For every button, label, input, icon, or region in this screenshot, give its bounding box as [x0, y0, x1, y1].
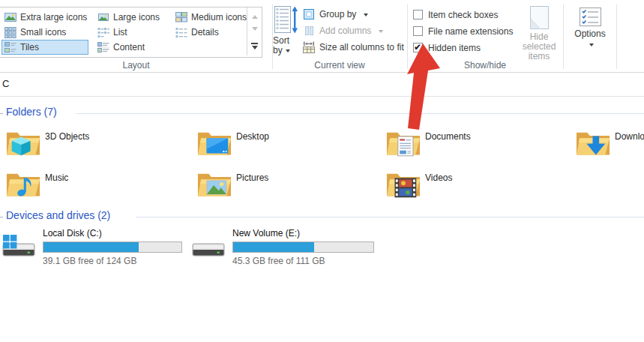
layout-item-label: Medium icons: [191, 12, 247, 22]
address-bar[interactable]: C: [0, 73, 644, 97]
options-label: Options: [567, 29, 613, 39]
layout-item-medium-icons[interactable]: Medium icons: [172, 10, 256, 25]
add-columns-label: Add columns: [319, 26, 371, 36]
scroll-down-icon: [252, 27, 258, 34]
add-columns-icon: [303, 25, 315, 37]
layout-item-label: List: [113, 27, 127, 38]
layout-item-small-icons[interactable]: Small icons: [1, 25, 91, 40]
sort-by-icon: [274, 6, 298, 34]
layout-item-extra-large-icons[interactable]: Extra large icons: [1, 10, 91, 25]
folder-tile-music[interactable]: Music: [6, 170, 193, 204]
folder-tile-desktop[interactable]: Desktop: [197, 128, 385, 163]
folder-tile-3d-objects[interactable]: 3D Objects: [6, 128, 193, 163]
folder-name: Videos: [425, 172, 452, 183]
drive-free-space: 45.3 GB free of 111 GB: [232, 256, 325, 266]
drive-name: Local Disk (C:): [43, 228, 102, 238]
videos-folder-icon: [386, 170, 421, 201]
devices-header-rule: [136, 217, 644, 218]
group-separator: [616, 4, 617, 69]
extra-large-icons-icon: [4, 11, 16, 23]
size-all-columns-button[interactable]: Size all columns to fit: [303, 41, 404, 53]
hide-selected-label-line1: Hide selected: [514, 32, 564, 52]
address-text: C: [2, 78, 9, 89]
hide-selected-items-icon: [529, 5, 550, 30]
scroll-up-icon: [252, 12, 258, 19]
sort-by-label-line2: by: [273, 46, 303, 56]
add-columns-button[interactable]: Add columns: [303, 25, 383, 37]
group-separator: [563, 4, 564, 69]
checkbox-icon: [413, 10, 423, 20]
more-layouts-arrow-icon: [252, 46, 258, 52]
group-by-label: Group by: [319, 9, 356, 20]
folder-tile-pictures[interactable]: Pictures: [197, 170, 385, 204]
folder-name: Music: [45, 172, 68, 183]
current-view-group-label: Current view: [272, 60, 407, 70]
options-button[interactable]: Options: [567, 8, 613, 60]
content-view-icon: [97, 41, 109, 53]
layout-listbox: Extra large icons Large icons Medium ico…: [0, 7, 262, 58]
list-view-icon: [97, 26, 109, 38]
layout-item-details[interactable]: Details: [172, 25, 256, 40]
dropdown-caret-icon: [364, 14, 368, 19]
folder-tile-downloads[interactable]: Downloads: [576, 128, 644, 163]
music-folder-icon: [6, 170, 40, 201]
drive-name: New Volume (E:): [232, 228, 300, 238]
layout-item-label: Extra large icons: [20, 12, 87, 22]
folders-collapse-chevron-icon: [0, 113, 3, 114]
group-by-icon: [303, 8, 315, 20]
devices-collapse-chevron-icon: [0, 217, 3, 218]
file-explorer-window: Extra large icons Large icons Medium ico…: [0, 0, 644, 342]
folder-tile-documents[interactable]: Documents: [386, 128, 574, 163]
options-icon: [580, 8, 601, 27]
more-layouts-icon: [251, 43, 258, 44]
drive-capacity-bar: [232, 242, 374, 253]
layout-item-label: Large icons: [113, 12, 160, 22]
details-view-icon: [175, 26, 187, 38]
dropdown-caret-icon: [286, 50, 290, 55]
layout-item-large-icons[interactable]: Large icons: [94, 10, 171, 25]
drive-free-space: 39.1 GB free of 124 GB: [43, 256, 136, 266]
folders-header-rule: [76, 113, 644, 114]
layout-item-content[interactable]: Content: [94, 40, 171, 55]
sort-by-button[interactable]: Sort by: [273, 6, 303, 60]
pictures-folder-icon: [197, 170, 232, 201]
local-disk-c-icon: [2, 235, 37, 265]
hide-selected-items-button[interactable]: Hide selected items: [514, 5, 564, 61]
drive-tile-local-disk-c[interactable]: Local Disk (C:) 39.1 GB free of 124 GB: [2, 228, 191, 272]
documents-folder-icon: [386, 128, 421, 160]
drive-tile-new-volume-e[interactable]: New Volume (E:) 45.3 GB free of 111 GB: [192, 228, 381, 272]
layout-more-button[interactable]: [250, 41, 259, 53]
folder-name: Downloads: [615, 131, 644, 142]
layout-item-label: Content: [113, 42, 145, 52]
annotation-arrow-icon: [401, 39, 446, 133]
3d-objects-folder-icon: [6, 128, 40, 160]
layout-scroll-up-button[interactable]: [250, 10, 259, 20]
folder-name: 3D Objects: [45, 131, 89, 142]
devices-section-header[interactable]: Devices and drives (2): [6, 209, 110, 221]
folders-section-header[interactable]: Folders (7): [6, 106, 57, 118]
downloads-folder-icon: [576, 128, 610, 160]
layout-group-label: Layout: [0, 60, 272, 70]
size-all-columns-label: Size all columns to fit: [319, 42, 404, 52]
layout-scrollbar: [247, 8, 262, 56]
large-icons-icon: [97, 11, 109, 23]
layout-item-list[interactable]: List: [94, 25, 171, 40]
small-icons-icon: [4, 26, 16, 38]
layout-item-label: Small icons: [20, 27, 66, 38]
drive-capacity-bar: [43, 242, 182, 253]
drive-used-fill: [233, 242, 314, 252]
ribbon-view-tab: Extra large icons Large icons Medium ico…: [0, 0, 644, 72]
layout-item-label: Details: [191, 27, 219, 38]
checkbox-label: File name extensions: [428, 26, 513, 37]
tiles-view-icon: [4, 41, 16, 53]
layout-scroll-down-button[interactable]: [250, 26, 259, 34]
desktop-folder-icon: [197, 128, 232, 160]
checkbox-icon: [413, 26, 423, 36]
folder-name: Desktop: [236, 131, 269, 142]
layout-item-tiles[interactable]: Tiles: [1, 40, 88, 55]
group-by-button[interactable]: Group by: [303, 8, 368, 20]
folder-tile-videos[interactable]: Videos: [386, 170, 574, 204]
folder-name: Pictures: [236, 172, 268, 183]
drive-used-fill: [43, 242, 139, 252]
dropdown-caret-icon: [589, 44, 594, 49]
